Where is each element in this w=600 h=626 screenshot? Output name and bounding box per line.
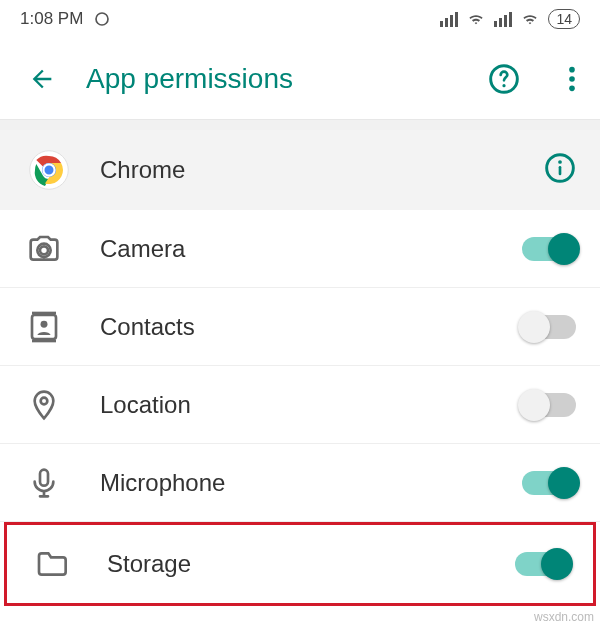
- permission-label: Contacts: [100, 313, 492, 341]
- highlight-annotation: Storage: [4, 522, 596, 606]
- signal-icon: [440, 11, 458, 27]
- wifi-icon: [466, 11, 486, 27]
- svg-point-11: [569, 66, 575, 72]
- wifi-icon-2: [520, 11, 540, 27]
- app-name-label: Chrome: [100, 156, 514, 184]
- svg-rect-3: [450, 15, 453, 27]
- permissions-list: CameraContactsLocationMicrophoneStorage: [0, 210, 600, 606]
- watermark: wsxdn.com: [534, 610, 594, 624]
- svg-rect-1: [440, 21, 443, 27]
- permission-row-storage[interactable]: Storage: [7, 525, 593, 603]
- svg-rect-8: [509, 12, 512, 27]
- svg-rect-2: [445, 18, 448, 27]
- contacts-icon: [28, 311, 70, 343]
- permission-label: Microphone: [100, 469, 492, 497]
- camera-toggle[interactable]: [522, 237, 576, 261]
- appbar: App permissions: [0, 38, 600, 120]
- svg-point-10: [502, 84, 505, 87]
- svg-rect-6: [499, 18, 502, 27]
- battery-indicator: 14: [548, 9, 580, 29]
- contacts-toggle[interactable]: [522, 315, 576, 339]
- location-toggle[interactable]: [522, 393, 576, 417]
- svg-rect-5: [494, 21, 497, 27]
- battery-level: 14: [556, 11, 572, 27]
- app-header-row: Chrome: [0, 130, 600, 210]
- chrome-app-icon: [28, 149, 70, 191]
- svg-point-12: [569, 76, 575, 82]
- page-title: App permissions: [86, 63, 458, 95]
- statusbar: 1:08 PM 14: [0, 0, 600, 38]
- storage-icon: [35, 548, 77, 580]
- permission-row-microphone[interactable]: Microphone: [0, 444, 600, 522]
- signal-icon-2: [494, 11, 512, 27]
- status-time: 1:08 PM: [20, 9, 83, 29]
- svg-rect-4: [455, 12, 458, 27]
- permission-label: Location: [100, 391, 492, 419]
- app-info-button[interactable]: [544, 152, 576, 188]
- permission-row-contacts[interactable]: Contacts: [0, 288, 600, 366]
- camera-icon: [28, 233, 70, 265]
- permission-label: Camera: [100, 235, 492, 263]
- section-divider: [0, 120, 600, 130]
- permission-label: Storage: [107, 550, 485, 578]
- back-button[interactable]: [28, 65, 56, 93]
- storage-toggle[interactable]: [515, 552, 569, 576]
- overflow-menu-button[interactable]: [568, 65, 576, 93]
- svg-rect-20: [559, 166, 562, 175]
- help-button[interactable]: [488, 63, 520, 95]
- svg-point-19: [558, 160, 562, 164]
- svg-rect-7: [504, 15, 507, 27]
- location-icon: [28, 389, 70, 421]
- svg-point-13: [569, 85, 575, 91]
- permission-row-location[interactable]: Location: [0, 366, 600, 444]
- permission-row-camera[interactable]: Camera: [0, 210, 600, 288]
- microphone-toggle[interactable]: [522, 471, 576, 495]
- notification-ring-icon: [93, 10, 111, 28]
- svg-point-0: [96, 13, 108, 25]
- microphone-icon: [28, 467, 70, 499]
